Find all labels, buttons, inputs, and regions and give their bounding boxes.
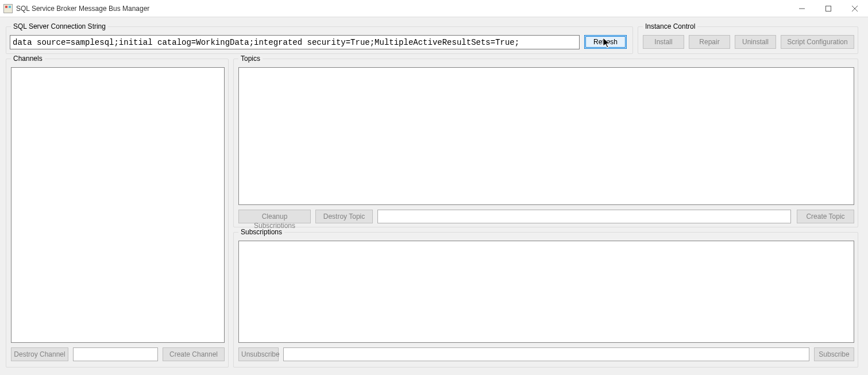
window-title: SQL Service Broker Message Bus Manager xyxy=(16,5,789,13)
install-button[interactable]: Install xyxy=(643,35,684,49)
subscription-name-input[interactable] xyxy=(283,347,809,361)
topics-group: Topics Cleanup Subscriptions Destroy Top… xyxy=(233,59,858,227)
connection-string-input[interactable] xyxy=(10,35,580,49)
channel-name-input[interactable] xyxy=(73,347,158,361)
close-button[interactable] xyxy=(842,0,868,17)
titlebar: SQL Service Broker Message Bus Manager xyxy=(0,0,868,17)
subscriptions-group: Subscriptions Unsubscribe Subscribe xyxy=(233,232,858,368)
uninstall-button[interactable]: Uninstall xyxy=(735,35,776,49)
subscriptions-label: Subscriptions xyxy=(238,228,284,236)
subscriptions-listbox[interactable] xyxy=(238,241,854,343)
cleanup-subscriptions-button[interactable]: Cleanup Subscriptions xyxy=(238,210,311,223)
destroy-topic-button[interactable]: Destroy Topic xyxy=(315,210,373,223)
create-channel-button[interactable]: Create Channel xyxy=(163,347,225,361)
subscribe-button[interactable]: Subscribe xyxy=(814,347,854,361)
connection-string-label: SQL Server Connection String xyxy=(11,22,108,30)
maximize-button[interactable] xyxy=(815,0,842,17)
topics-listbox[interactable] xyxy=(238,67,854,205)
repair-button[interactable]: Repair xyxy=(689,35,730,49)
window-controls xyxy=(789,0,868,17)
destroy-channel-button[interactable]: Destroy Channel xyxy=(11,347,68,361)
channels-listbox[interactable] xyxy=(11,67,225,343)
topics-label: Topics xyxy=(238,55,263,63)
channels-label: Channels xyxy=(11,55,45,63)
svg-rect-1 xyxy=(826,6,831,11)
script-configuration-button[interactable]: Script Configuration xyxy=(781,35,854,49)
connection-string-group: SQL Server Connection String Refresh xyxy=(6,26,633,54)
channels-group: Channels Destroy Channel Create Channel xyxy=(6,59,229,368)
unsubscribe-button[interactable]: Unsubscribe xyxy=(238,347,279,361)
create-topic-button[interactable]: Create Topic xyxy=(797,210,854,223)
instance-control-group: Instance Control Install Repair Uninstal… xyxy=(638,26,858,54)
refresh-button[interactable]: Refresh xyxy=(584,35,627,49)
client-area: SQL Server Connection String Refresh Ins… xyxy=(0,17,868,375)
app-icon xyxy=(3,4,13,13)
topic-name-input[interactable] xyxy=(377,210,791,223)
minimize-button[interactable] xyxy=(789,0,815,17)
instance-control-label: Instance Control xyxy=(643,22,697,30)
